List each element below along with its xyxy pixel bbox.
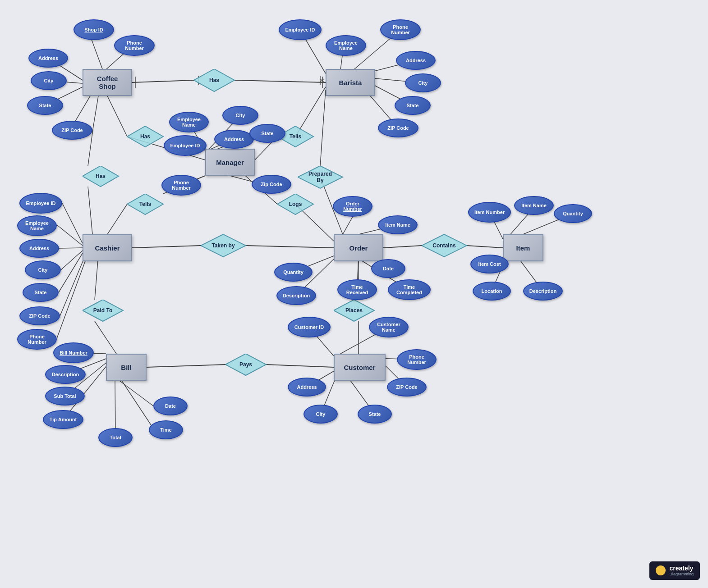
- attribute-m_zip: Zip Code: [252, 175, 291, 194]
- attribute-cs_address: Address: [28, 49, 68, 68]
- attribute-bi_desc: Description: [45, 365, 86, 384]
- attribute-b_empid: Employee ID: [279, 19, 322, 40]
- svg-line-17: [107, 96, 127, 137]
- attribute-cu_city: City: [303, 405, 338, 424]
- attribute-m_address: Address: [214, 130, 254, 149]
- attribute-bi_billnum: Bill Number: [53, 342, 94, 363]
- attribute-b_city: City: [405, 73, 441, 92]
- attribute-cu_phone: PhoneNumber: [397, 349, 437, 370]
- attribute-ca_phone: PhoneNumber: [17, 329, 57, 350]
- attribute-b_state: State: [395, 96, 431, 115]
- attribute-i_desc: Description: [523, 282, 563, 301]
- attribute-cu_custid: Customer ID: [288, 317, 331, 337]
- relationship-takenBy: Taken by: [201, 234, 246, 257]
- attribute-m_empid: Employee ID: [164, 135, 207, 156]
- relationship-contains: Contains: [422, 234, 467, 257]
- relationship-has2: Has: [127, 126, 163, 147]
- attribute-ca_city: City: [25, 260, 61, 279]
- svg-line-33: [59, 248, 83, 248]
- attribute-b_phone: PhoneNumber: [380, 19, 421, 40]
- attribute-ca_zip: ZIP Code: [19, 306, 60, 325]
- attribute-m_phone: PhoneNumber: [161, 175, 201, 196]
- attribute-b_empname: EmployeeName: [326, 35, 366, 56]
- attribute-i_itemname: Item Name: [514, 196, 554, 215]
- attribute-ca_state: State: [23, 283, 59, 302]
- er-diagram: CoffeeShopBaristaManagerCashierOrderItem…: [0, 0, 708, 588]
- attribute-b_zip: ZIP Code: [378, 119, 418, 137]
- attribute-cu_state: State: [358, 405, 392, 424]
- attribute-ca_empid: Employee ID: [19, 193, 62, 214]
- entity-coffeeShop: CoffeeShop: [83, 69, 132, 96]
- attribute-m_state: State: [249, 124, 285, 143]
- attribute-i_qty: Quantity: [554, 204, 592, 223]
- attribute-i_itemnum: Item Number: [468, 202, 511, 223]
- attribute-cu_address: Address: [288, 378, 326, 397]
- attribute-b_address: Address: [396, 51, 436, 70]
- attribute-ca_empname: EmployeeName: [17, 215, 57, 236]
- attribute-m_city: City: [222, 106, 258, 125]
- relationship-has1: Has: [194, 69, 234, 91]
- relationship-has3: Has: [83, 166, 119, 187]
- attribute-bi_time: Time: [149, 420, 183, 439]
- attribute-o_timecompleted: TimeCompleted: [388, 279, 431, 300]
- attribute-i_location: Location: [473, 282, 511, 301]
- attribute-o_ordernum: OrderNumber: [333, 196, 372, 217]
- attribute-o_qty: Quantity: [274, 263, 313, 282]
- attribute-cs_city: City: [31, 71, 67, 90]
- attribute-bi_total: Total: [98, 428, 133, 447]
- attribute-i_itemcost: Item Cost: [470, 255, 509, 273]
- attribute-cs_zip: ZIP Code: [52, 121, 92, 140]
- attribute-o_desc: Description: [276, 286, 316, 305]
- attribute-cs_shopid: Shop ID: [74, 19, 114, 40]
- attribute-bi_tipamt: Tip Amount: [43, 410, 83, 429]
- relationship-preparedBy: PreparedBy: [298, 166, 343, 188]
- svg-line-34: [61, 251, 83, 270]
- attribute-bi_subtotal: Sub Total: [45, 387, 85, 406]
- attribute-bi_date: Date: [153, 397, 188, 415]
- attribute-ca_address: Address: [19, 239, 59, 258]
- attribute-cs_phone: PhoneNumber: [114, 35, 155, 56]
- svg-line-13: [132, 80, 194, 82]
- attribute-o_timereceived: TimeReceived: [337, 279, 377, 300]
- relationship-paidTo: Paid To: [83, 300, 123, 321]
- attribute-o_itemname: Item Name: [378, 215, 418, 234]
- svg-line-36: [60, 255, 86, 316]
- attribute-m_empname: EmployeeName: [169, 112, 209, 132]
- attribute-cu_zip: ZIP Code: [387, 378, 427, 397]
- svg-line-35: [59, 253, 83, 292]
- attribute-o_date: Date: [371, 259, 405, 278]
- relationship-pays: Pays: [225, 354, 266, 375]
- relationship-logs: Logs: [277, 194, 313, 214]
- attribute-cu_custname: CustomerName: [369, 317, 409, 337]
- svg-line-28: [93, 96, 98, 126]
- attribute-cs_state: State: [27, 96, 63, 115]
- relationship-tells2: Tells: [127, 194, 163, 214]
